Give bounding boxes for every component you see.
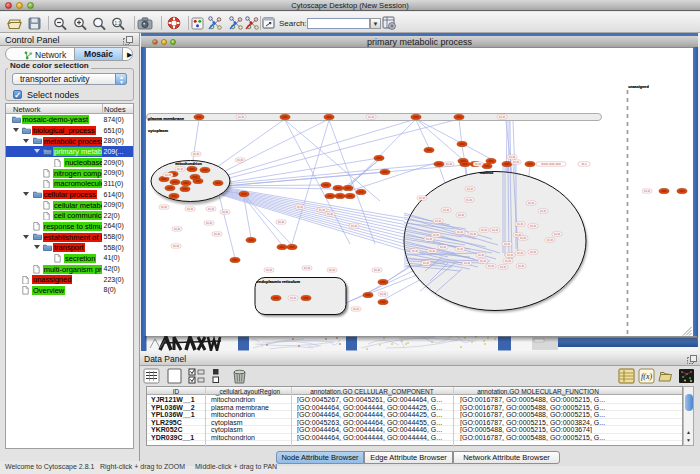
svg-text:mitochondrion: mitochondrion [175,162,202,166]
svg-text:cytoplasm: cytoplasm [148,128,169,133]
svg-text:xxxxx-xxxx-xxxx: xxxxx-xxxx-xxxx [541,162,562,166]
svg-text:plasma membrane: plasma membrane [148,116,185,121]
svg-text:unassigned: unassigned [628,85,649,89]
svg-text:1:1: 1:1 [115,21,122,26]
svg-text:f(x): f(x) [641,372,652,381]
svg-text:endoplasmic reticulum: endoplasmic reticulum [257,279,301,284]
svg-text:xx-x: xx-x [581,162,587,166]
svg-text:nucleus: nucleus [480,171,494,175]
